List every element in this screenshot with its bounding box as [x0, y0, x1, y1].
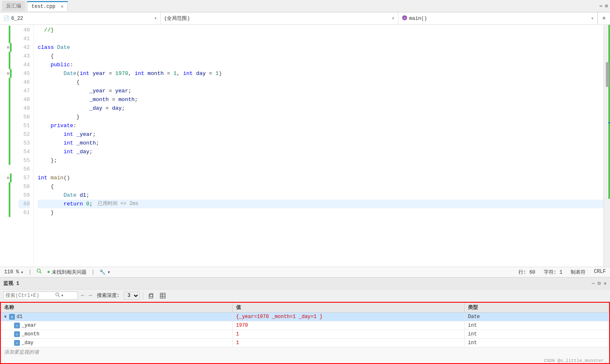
- watch-cell-d1-type: Date: [465, 313, 609, 321]
- watch-cell-month-value: 1: [233, 330, 465, 338]
- watch-title-bar: 监视 1 — ⊡ ✕: [0, 278, 610, 289]
- watch-search-box[interactable]: ▾: [3, 292, 78, 300]
- search-icon: [55, 292, 60, 299]
- watch-cell-day-type: int: [465, 339, 609, 347]
- status-bar: 110 % ▾ | ● 未找到相关问题 | 🔧 ▾ 行: 60 字符: 1 制表…: [0, 267, 610, 277]
- watch-cell-month-type: int: [465, 330, 609, 338]
- code-line-44: public:: [38, 60, 603, 69]
- search-forward-btn[interactable]: →: [88, 292, 93, 299]
- watch-row-d1[interactable]: ▼ d d1 {_year=1970 _month=1 _day=1 } Dat…: [1, 313, 609, 321]
- execution-time-tooltip: 已用时间 <= 2ms: [98, 200, 138, 208]
- watch-toolbar: ▾ ← → 搜索深度: 31245: [0, 289, 610, 302]
- depth-select[interactable]: 31245: [124, 292, 140, 300]
- pin-icon[interactable]: — ⊡ ✕: [592, 280, 607, 287]
- watch-row-day[interactable]: f _day 1 int: [1, 339, 609, 347]
- watch-cell-year-type: int: [465, 321, 609, 330]
- tool-dropdown[interactable]: ▾: [107, 269, 110, 275]
- fold-42[interactable]: ⊟: [7, 45, 9, 50]
- line-numbers: 40414243 44454647 48495051 52535455 5657…: [19, 25, 34, 267]
- add-watch-row[interactable]: 添加要监视的项: [1, 347, 609, 357]
- watch-cell-year-value: 1970: [233, 321, 465, 330]
- expand-icon[interactable]: ⇔: [600, 3, 603, 9]
- table-icon[interactable]: [158, 291, 167, 300]
- panel-controls: — ⊡ ✕: [592, 280, 607, 287]
- code-line-43: {: [38, 52, 603, 60]
- svg-text:f: f: [16, 342, 18, 345]
- code-line-49: _day = day;: [38, 104, 603, 113]
- settings-icon[interactable]: ⚙: [605, 3, 608, 9]
- copy-icon[interactable]: [147, 291, 156, 300]
- scope-dropdown[interactable]: (全局范围): [161, 12, 398, 24]
- watch-cell-month-name: f _month: [1, 330, 233, 338]
- code-line-54: int _day;: [38, 147, 603, 156]
- code-line-56: [38, 165, 603, 174]
- svg-rect-8: [160, 293, 165, 298]
- search-dropdown[interactable]: ▾: [61, 293, 64, 298]
- watermark: CSDN @s_little_monster_: [544, 358, 607, 363]
- title-bar-controls: ⇔ ⚙: [600, 3, 608, 9]
- code-line-45: Date(int year = 1970, int month = 1, int…: [38, 69, 603, 78]
- svg-rect-7: [150, 294, 153, 297]
- watch-row-year[interactable]: f _year 1970 int: [1, 321, 609, 330]
- editor-scrollbar[interactable]: [603, 25, 610, 267]
- scroll-overview-green: [608, 25, 610, 199]
- svg-text:f: f: [404, 17, 406, 20]
- col-name-header: 名称: [1, 303, 233, 312]
- editor-gutter: ⊟ ⊟ ⊟ ⇒: [0, 25, 19, 267]
- tab-decompile[interactable]: 反汇编: [2, 1, 25, 11]
- code-line-59: Date d1;: [38, 191, 603, 200]
- code-line-41: [38, 34, 603, 43]
- watch-cell-d1-value: {_year=1970 _month=1 _day=1 }: [233, 313, 465, 321]
- zoom-icon-btn[interactable]: [36, 268, 42, 276]
- tab-testcpp[interactable]: test.cpp ✕: [27, 1, 68, 11]
- code-area[interactable]: //} class Date { public: Date(int year =…: [34, 25, 603, 267]
- watch-cell-d1-name: ▼ d d1: [1, 313, 233, 321]
- svg-line-5: [58, 295, 60, 297]
- code-line-51: private:: [38, 121, 603, 130]
- zoom-control[interactable]: 110 % ▾: [4, 269, 24, 275]
- watch-search-input[interactable]: [5, 293, 55, 299]
- code-line-53: int _month;: [38, 139, 603, 147]
- problem-status: ● 未找到相关问题: [47, 269, 87, 276]
- watch-row-month[interactable]: f _month 1 int: [1, 330, 609, 339]
- var-icon-d1: d: [9, 314, 15, 320]
- var-icon-year: f: [14, 323, 20, 328]
- watch-panel-title: 监视 1: [3, 280, 19, 287]
- svg-text:f: f: [16, 325, 18, 328]
- code-line-46: {: [38, 78, 603, 87]
- svg-point-2: [37, 269, 40, 272]
- code-line-60: return 0; 已用时间 <= 2ms: [38, 200, 603, 208]
- function-dropdown[interactable]: f main(): [398, 12, 598, 24]
- add-tab-button[interactable]: +: [598, 12, 610, 24]
- code-line-50: }: [38, 113, 603, 121]
- watch-cell-day-value: 1: [233, 339, 465, 347]
- code-line-40: //}: [38, 26, 603, 34]
- svg-point-4: [56, 293, 59, 296]
- fold-45[interactable]: ⊟: [7, 71, 9, 76]
- status-separator-2: |: [92, 269, 94, 275]
- fold-57[interactable]: ⊟: [7, 176, 9, 180]
- search-back-btn[interactable]: ←: [80, 292, 85, 299]
- code-line-61: }: [38, 208, 603, 217]
- scroll-thumb[interactable]: [606, 62, 609, 87]
- file-dropdown[interactable]: 📄 6_22: [0, 12, 161, 24]
- tool-btn[interactable]: 🔧 ▾: [99, 269, 110, 275]
- status-separator-1: |: [29, 269, 31, 275]
- expand-d1[interactable]: ▼: [4, 315, 7, 319]
- close-tab-icon[interactable]: ✕: [61, 4, 64, 9]
- code-line-57: int main(): [38, 174, 603, 182]
- depth-label: 搜索深度:: [95, 292, 121, 299]
- code-line-58: {: [38, 182, 603, 191]
- zoom-dropdown-icon[interactable]: ▾: [21, 270, 24, 275]
- watch-table-header: 名称 值 类型: [1, 303, 609, 313]
- current-line-marker: [608, 122, 610, 123]
- watch-table-wrapper: 名称 值 类型 ▼ d d1 {_year=1970 _month=1 _day…: [0, 302, 610, 364]
- code-line-52: int _year;: [38, 130, 603, 139]
- var-icon-day: f: [14, 340, 20, 346]
- code-line-47: _year = year;: [38, 87, 603, 95]
- col-value-header: 值: [233, 303, 465, 312]
- nav-bar: 📄 6_22 (全局范围) f main() +: [0, 12, 610, 25]
- status-right: 行: 60 字符: 1 制表符 CRLF: [518, 269, 606, 276]
- toolbar-sep-1: [143, 292, 143, 299]
- wrench-icon: 🔧: [99, 269, 106, 275]
